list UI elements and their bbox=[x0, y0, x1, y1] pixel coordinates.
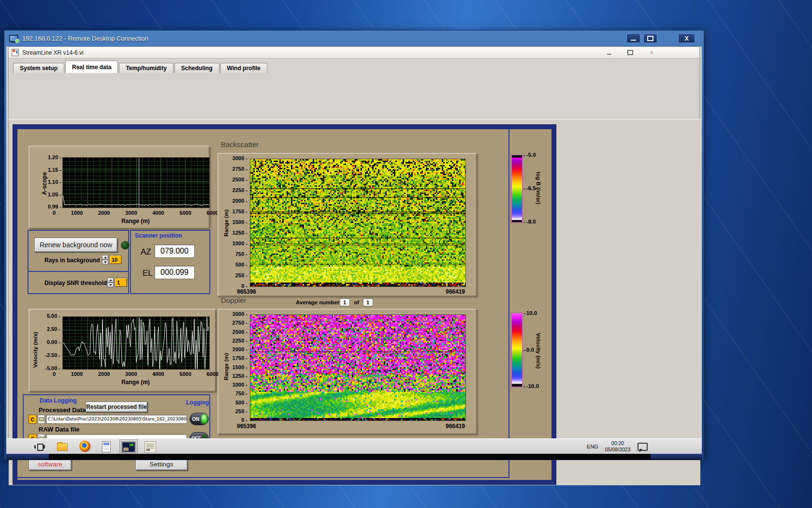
clock-date: 05/08/2023 bbox=[605, 447, 631, 453]
rdp-minimize-button[interactable] bbox=[626, 33, 640, 43]
az-label: AZ bbox=[141, 247, 151, 257]
panel-divider-vertical bbox=[508, 129, 509, 478]
renew-background-button[interactable]: Renew background now bbox=[34, 238, 117, 252]
ascope-plot[interactable] bbox=[62, 157, 210, 208]
average-number-field[interactable]: 1 bbox=[339, 298, 350, 306]
document-app-icon[interactable] bbox=[102, 441, 111, 452]
tab-wind-profile[interactable]: Wind profile bbox=[220, 63, 267, 73]
velocity-plot[interactable] bbox=[62, 316, 210, 370]
snr-value-field[interactable]: 1 bbox=[115, 278, 127, 287]
rays-spinner-down[interactable] bbox=[102, 260, 108, 265]
backscatter-ytick: 2750 bbox=[232, 166, 247, 172]
doppler-ytick: 2000 bbox=[232, 346, 247, 353]
doppler-cb-tick: -10.0 bbox=[523, 383, 545, 389]
clock-time: 00:20 bbox=[611, 440, 624, 447]
task-view-icon[interactable] bbox=[34, 441, 45, 452]
backscatter-ytick: 1500 bbox=[232, 219, 247, 225]
doppler-ytick: 2500 bbox=[232, 329, 247, 335]
doppler-ytick: 2250 bbox=[232, 338, 247, 344]
doppler-ytick: 2750 bbox=[232, 320, 247, 326]
rdp-window-title: 192.168.0.122 - Remote Desktop Connectio… bbox=[22, 35, 148, 42]
tab-scheduling[interactable]: Scheduling bbox=[174, 63, 219, 73]
labview-front-panel: A-scope 1.201.151.101.050.99 01000200030… bbox=[13, 125, 556, 484]
language-indicator[interactable]: ENG bbox=[585, 440, 600, 453]
snr-spinner-down[interactable] bbox=[107, 283, 114, 287]
velocity-x-ticks: 0100020003000400050006000 bbox=[53, 371, 218, 377]
doppler-ytick: 1000 bbox=[232, 382, 247, 388]
ascope-ytick: 1.05 bbox=[48, 192, 61, 198]
doppler-ytick: 500 bbox=[235, 400, 247, 406]
rdp-close-button[interactable]: X bbox=[678, 33, 695, 43]
snr-spinner bbox=[107, 278, 114, 287]
ascope-x-ticks: 0100020003000400050006000 bbox=[53, 210, 218, 216]
app-close-button[interactable]: × bbox=[647, 49, 656, 56]
backscatter-x-start: 965396 bbox=[237, 288, 256, 295]
ascope-xtick: 1000 bbox=[71, 210, 83, 216]
backscatter-cb-tick: -5.0 bbox=[523, 152, 545, 158]
ascope-ytick: 1.15 bbox=[48, 167, 61, 173]
doppler-cb-tick: 0.0 bbox=[523, 347, 545, 353]
data-logging-box: Data Logging Processed Data file Restart… bbox=[23, 394, 210, 445]
backscatter-cb-tick: -8.0 bbox=[523, 219, 545, 224]
velocity-xtick: 3000 bbox=[125, 371, 137, 377]
background-controls-box: Renew background now Rays in background … bbox=[28, 230, 129, 272]
backscatter-ytick: 2000 bbox=[232, 198, 247, 204]
remote-desktop-icon bbox=[9, 35, 18, 42]
backscatter-ytick: 500 bbox=[235, 262, 247, 268]
firefox-icon[interactable] bbox=[79, 441, 90, 452]
doppler-ytick: 1250 bbox=[232, 373, 247, 379]
doppler-ytick: 250 bbox=[235, 408, 247, 415]
el-value-field[interactable]: 000.099 bbox=[154, 266, 195, 279]
velocity-y-axis-label: Velocity (m/s) bbox=[32, 318, 38, 381]
file-explorer-icon[interactable] bbox=[57, 443, 68, 451]
snr-spinner-up[interactable] bbox=[107, 278, 114, 283]
rdp-titlebar[interactable]: 192.168.0.122 - Remote Desktop Connectio… bbox=[4, 30, 704, 46]
rdp-window: 192.168.0.122 - Remote Desktop Connectio… bbox=[4, 30, 704, 461]
snr-threshold-label: Display SNR threshold bbox=[44, 280, 107, 286]
velocity-ytick: 0.00 bbox=[47, 339, 60, 345]
scanner-position-box: Scanner position AZ 079.000 EL 000.099 bbox=[130, 230, 210, 294]
el-label: EL bbox=[143, 269, 153, 278]
app-titlebar[interactable]: StreamLine XR v14-6.vi bbox=[9, 47, 699, 59]
tab-system-setup[interactable]: System setup bbox=[13, 63, 64, 73]
app-restore-button[interactable] bbox=[626, 49, 635, 56]
app-minimize-button[interactable] bbox=[605, 49, 613, 56]
az-value-field[interactable]: 079.000 bbox=[154, 244, 195, 258]
backscatter-ytick: 1000 bbox=[232, 240, 247, 247]
rdp-window-controls bbox=[626, 33, 657, 43]
rdp-maximize-button[interactable] bbox=[643, 33, 657, 43]
doppler-ytick: 1750 bbox=[232, 355, 247, 361]
average-total-field[interactable]: 1 bbox=[362, 298, 373, 306]
processed-drive-selector[interactable]: C bbox=[29, 415, 37, 424]
velocity-xtick: 1000 bbox=[71, 371, 83, 377]
doppler-y-ticks: 3000275025002250200017501500125010007505… bbox=[227, 311, 247, 423]
taskbar-clock[interactable]: 00:20 05/08/2023 bbox=[603, 439, 633, 454]
processed-toggle-led-on bbox=[202, 415, 207, 423]
ascope-x-axis-label: Range (m) bbox=[62, 218, 209, 224]
renew-background-led bbox=[121, 241, 130, 250]
doppler-heatmap[interactable] bbox=[250, 314, 466, 421]
backscatter-ytick: 250 bbox=[235, 272, 247, 279]
restart-processed-file-button[interactable]: Restart processed file bbox=[86, 402, 147, 412]
backscatter-y-ticks: 3000275025002250200017501500125010007505… bbox=[227, 155, 247, 289]
processed-path-field[interactable]: C:\Lidar\Data\Proc\2023\202308\20230805\… bbox=[46, 415, 187, 424]
labview-vi-icon bbox=[12, 49, 19, 56]
processed-logging-toggle[interactable]: ON bbox=[189, 413, 209, 425]
tab-real-time-data[interactable]: Real time data bbox=[65, 60, 118, 73]
doppler-x-end: 966419 bbox=[436, 423, 465, 430]
tab-temp-humidity[interactable]: Temp/humidity bbox=[119, 63, 173, 73]
velocity-xtick: 6000 bbox=[206, 371, 218, 377]
change-button-line2: Settings bbox=[150, 460, 174, 468]
folder-glyph-icon bbox=[39, 418, 44, 421]
backscatter-heatmap[interactable] bbox=[250, 159, 466, 287]
notification-center-icon[interactable] bbox=[638, 443, 648, 451]
active-app-taskbar-slot[interactable] bbox=[119, 439, 138, 454]
rays-value-field[interactable]: 10 bbox=[109, 255, 122, 264]
doppler-title: Doppler bbox=[221, 296, 246, 304]
rays-spinner-up[interactable] bbox=[102, 255, 108, 260]
velocity-ytick: 5.00 bbox=[47, 313, 60, 319]
rdp-client-area: StreamLine XR v14-6.vi × System setup Re… bbox=[6, 46, 702, 454]
processed-browse-button[interactable] bbox=[38, 415, 45, 424]
backscatter-title: Backscatter bbox=[221, 140, 259, 149]
scheduler-app-icon[interactable] bbox=[145, 441, 156, 453]
